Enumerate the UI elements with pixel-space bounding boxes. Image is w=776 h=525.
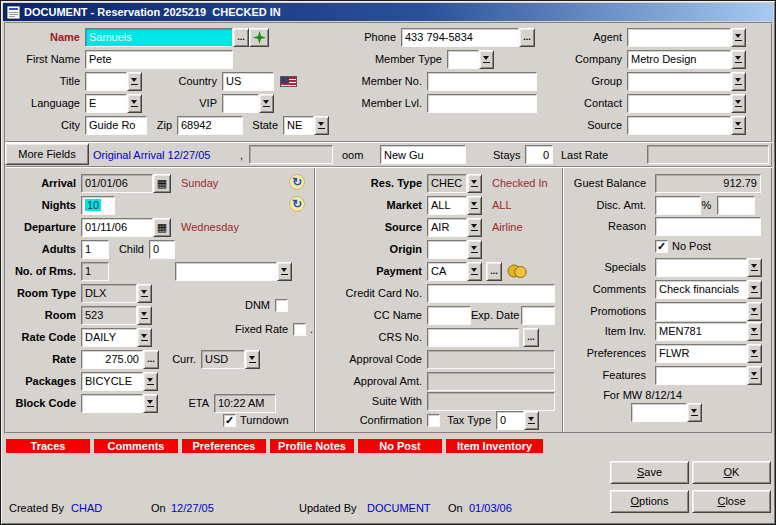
language-field[interactable]: E (85, 94, 127, 113)
origin-field[interactable] (427, 240, 467, 259)
packages-field[interactable]: BICYCLE (81, 372, 143, 391)
source-dropdown-button[interactable] (467, 218, 482, 237)
credit-card-no-field[interactable] (427, 284, 555, 303)
preferences-dropdown-button[interactable] (747, 344, 762, 363)
group-dropdown-button[interactable] (731, 72, 746, 91)
source-profile-field[interactable] (627, 116, 731, 135)
dnm-checkbox[interactable] (275, 299, 288, 312)
confirmation-checkbox[interactable] (427, 414, 440, 427)
rate-code-field[interactable]: DAILY (81, 328, 137, 347)
title-field[interactable] (85, 72, 127, 91)
recalculate-button[interactable]: ↻ (289, 174, 305, 190)
market-field[interactable]: ALL (427, 196, 467, 215)
source-field[interactable]: AIR (427, 218, 467, 237)
traces-button[interactable]: Traces (6, 439, 90, 453)
state-dropdown-button[interactable] (314, 116, 329, 135)
options-button[interactable]: Options (610, 490, 689, 513)
comments-dropdown-button[interactable] (747, 280, 762, 299)
payment-dropdown-button[interactable] (467, 262, 482, 281)
contact-dropdown-button[interactable] (731, 94, 746, 113)
member-type-dropdown-button[interactable] (479, 50, 494, 69)
company-field[interactable]: Metro Design (627, 50, 731, 69)
preferences-field[interactable]: FLWR (655, 344, 747, 363)
block-code-field[interactable] (81, 394, 143, 413)
disc-amt-field[interactable] (655, 196, 701, 215)
contact-field[interactable] (627, 94, 731, 113)
save-button[interactable]: Save (610, 461, 689, 484)
promotions-dropdown-button[interactable] (747, 302, 762, 321)
name-field[interactable]: Samuels (85, 28, 233, 47)
crs-no-lookup-button[interactable]: ... (523, 328, 539, 347)
name-lookup-button[interactable]: ... (233, 28, 249, 47)
cc-name-field[interactable] (427, 306, 471, 325)
packages-dropdown-button[interactable] (143, 372, 158, 391)
preferences-button[interactable]: Preferences (182, 439, 266, 453)
profile-notes-button[interactable]: Profile Notes (270, 439, 354, 453)
source-profile-dropdown-button[interactable] (731, 116, 746, 135)
comments-button[interactable]: Comments (94, 439, 178, 453)
agent-field[interactable] (627, 28, 731, 47)
exp-date-field[interactable] (521, 306, 555, 325)
first-name-field[interactable]: Pete (85, 50, 233, 69)
market-dropdown-button[interactable] (467, 196, 482, 215)
item-inv-field[interactable]: MEN781 (655, 322, 747, 341)
room-feature-combo-field[interactable] (175, 262, 277, 281)
comments-field[interactable]: Check financials (655, 280, 747, 299)
payment-lookup-button[interactable]: ... (486, 262, 502, 281)
features-field[interactable] (655, 366, 747, 385)
city-field[interactable]: Guide Ro (85, 116, 147, 135)
specials-field[interactable] (655, 258, 747, 277)
member-type-field[interactable] (447, 50, 479, 69)
payment-field[interactable]: CA (427, 262, 467, 281)
tax-type-dropdown-button[interactable] (524, 411, 539, 430)
departure-calendar-button[interactable]: ▦ (153, 218, 171, 237)
adults-field[interactable]: 1 (81, 240, 109, 259)
rate-code-dropdown-button[interactable] (137, 328, 152, 347)
no-post-checkbox[interactable]: ✓ (655, 240, 668, 253)
language-dropdown-button[interactable] (127, 94, 142, 113)
arrival-calendar-button[interactable]: ▦ (153, 174, 171, 193)
departure-field[interactable]: 01/11/06 (81, 218, 153, 237)
item-inv-dropdown-button[interactable] (747, 322, 762, 341)
company-dropdown-button[interactable] (731, 50, 746, 69)
for-mw-dropdown-button[interactable] (687, 403, 702, 422)
vip-dropdown-button[interactable] (259, 94, 274, 113)
features-dropdown-button[interactable] (747, 366, 762, 385)
vip-field[interactable] (222, 94, 259, 113)
state-field[interactable]: NE (283, 116, 314, 135)
child-field[interactable]: 0 (149, 240, 175, 259)
promotions-field[interactable] (655, 302, 747, 321)
phone-field[interactable]: 433 794-5834 (401, 28, 519, 47)
fixed-rate-checkbox[interactable] (293, 323, 306, 336)
no-post-button[interactable]: No Post (358, 439, 442, 453)
close-button[interactable]: Close (692, 490, 771, 513)
rate-field[interactable]: 275.00 (81, 350, 143, 369)
profile-button[interactable] (249, 28, 269, 47)
agent-dropdown-button[interactable] (731, 28, 746, 47)
recalculate-button-2[interactable]: ↻ (289, 196, 305, 212)
phone-lookup-button[interactable]: ... (519, 28, 535, 47)
group-field[interactable] (627, 72, 731, 91)
room-feature-dropdown-button[interactable] (277, 262, 292, 281)
more-fields-button[interactable]: More Fields (5, 143, 89, 165)
for-mw-field[interactable] (631, 403, 687, 422)
crs-no-field[interactable] (427, 328, 519, 347)
zip-field[interactable]: 68942 (177, 116, 243, 135)
item-inventory-button[interactable]: Item Inventory (446, 439, 543, 453)
rate-lookup-button[interactable]: ... (143, 350, 159, 369)
member-lvl-field[interactable] (427, 94, 537, 113)
title-dropdown-button[interactable] (127, 72, 142, 91)
tax-type-field[interactable]: 0 (496, 411, 524, 430)
mid-separator (6, 166, 772, 168)
ok-button[interactable]: OK (692, 461, 771, 484)
nights-field[interactable]: 10 (81, 196, 115, 215)
specials-dropdown-button[interactable] (747, 258, 762, 277)
country-field[interactable]: US (222, 72, 274, 91)
block-code-dropdown-button[interactable] (143, 394, 158, 413)
member-no-field[interactable] (427, 72, 537, 91)
disc-pct-field[interactable] (717, 196, 755, 215)
turndown-checkbox[interactable]: ✓ (223, 414, 236, 427)
cash-icon[interactable] (507, 264, 527, 278)
origin-dropdown-button[interactable] (467, 240, 482, 259)
reason-field[interactable] (655, 217, 761, 236)
